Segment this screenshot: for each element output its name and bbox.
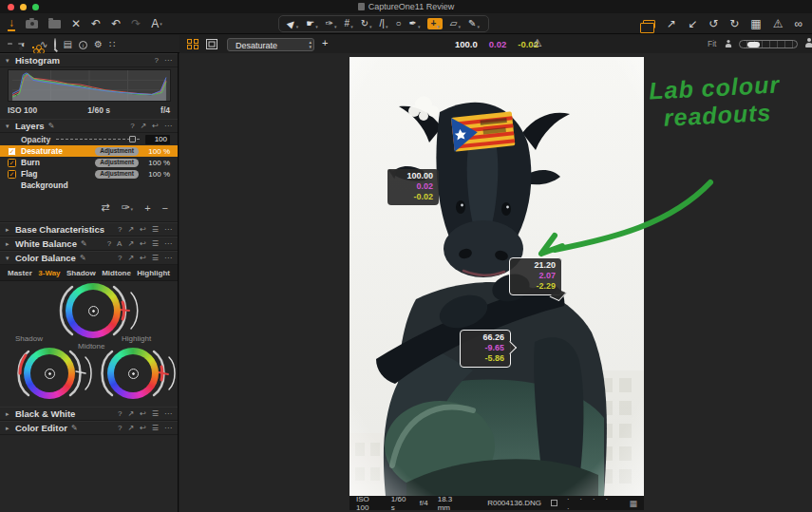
panel-header-layers[interactable]: ▾ Layers ✎ ? ↗ ↩ ⋯ bbox=[0, 119, 178, 133]
reset-icon[interactable]: ↩ bbox=[140, 254, 146, 263]
presets-menu-icon[interactable]: ☰ bbox=[152, 409, 159, 419]
presets-menu-icon[interactable]: ☰ bbox=[152, 239, 159, 249]
spot-removal-tool[interactable]: ○ bbox=[396, 18, 402, 29]
opacity-slider-knob[interactable] bbox=[129, 136, 136, 142]
help-icon[interactable]: ? bbox=[118, 409, 122, 419]
add-layer-button[interactable]: + bbox=[144, 202, 150, 214]
lab-readout-tag-2[interactable]: 21.20 2.07 -2.29 bbox=[509, 257, 562, 295]
copy-settings-icon[interactable]: ↗ bbox=[141, 122, 147, 131]
mask-brush-tool[interactable]: ✑▾ bbox=[326, 18, 337, 29]
checkbox-checked-icon[interactable]: ✓ bbox=[8, 147, 16, 156]
rotate-right-button[interactable]: ↻ bbox=[729, 17, 739, 30]
zoom-slider-knob[interactable] bbox=[747, 42, 760, 47]
annotate-text-button[interactable]: A▾ bbox=[151, 17, 162, 30]
variant-selector[interactable]: Desaturate ▴▾ bbox=[227, 38, 314, 51]
draw-tool[interactable]: ✎▾ bbox=[468, 18, 480, 29]
reset-icon[interactable]: ↩ bbox=[140, 424, 146, 433]
tab-highlight[interactable]: Highlight bbox=[137, 269, 170, 277]
tab-details[interactable] bbox=[54, 39, 56, 50]
tab-exposure[interactable]: ∿ bbox=[40, 39, 47, 50]
tab-settings[interactable]: ⚙ bbox=[94, 39, 103, 50]
more-icon[interactable]: ⋯ bbox=[164, 239, 172, 249]
rotate-tool[interactable]: ↻▾ bbox=[361, 18, 372, 29]
presets-menu-icon[interactable]: ☰ bbox=[152, 424, 159, 433]
checkbox-checked-icon[interactable]: ✓ bbox=[8, 159, 16, 167]
help-icon[interactable]: ? bbox=[118, 424, 122, 433]
tab-midtone[interactable]: Midtone bbox=[102, 269, 131, 277]
help-icon[interactable]: ? bbox=[118, 254, 122, 263]
more-icon[interactable]: ⋯ bbox=[164, 424, 172, 433]
more-icon[interactable]: ⋯ bbox=[164, 254, 172, 263]
more-icon[interactable]: ⋯ bbox=[164, 122, 172, 131]
full-view-button[interactable]: ↗ bbox=[667, 17, 676, 30]
more-icon[interactable]: ⋯ bbox=[164, 409, 172, 419]
panel-header-white-balance[interactable]: ▸ White Balance ✎ ? A ↗ ↩ ☰ ⋯ bbox=[0, 237, 178, 251]
exit-view-button[interactable]: ↙ bbox=[688, 17, 697, 30]
layer-row-background[interactable]: Background bbox=[0, 180, 178, 191]
reset-icon[interactable]: ↩ bbox=[140, 225, 146, 235]
panel-header-color-editor[interactable]: ▸ Color Editor ✎ ? ↗ ↩ ☰ ⋯ bbox=[0, 421, 178, 435]
panel-header-color-balance[interactable]: ▾ Color Balance ✎ ? ↗ ↩ ☰ ⋯ bbox=[0, 251, 178, 265]
midtone-wheel[interactable] bbox=[66, 283, 121, 338]
help-icon[interactable]: ? bbox=[118, 225, 122, 235]
copy-settings-icon[interactable]: ↗ bbox=[127, 409, 134, 419]
picker-tool[interactable]: ✒▾ bbox=[409, 18, 421, 29]
highlight-wheel[interactable] bbox=[107, 348, 159, 399]
undo-button[interactable]: ↶ bbox=[91, 17, 101, 30]
more-icon[interactable]: ⋯ bbox=[164, 56, 172, 66]
lab-readout-tool[interactable]: +▾ bbox=[427, 18, 442, 29]
layer-row-desaturate[interactable]: ✓ Desaturate Adjustment 100 % bbox=[0, 145, 178, 157]
zoom-fit-label[interactable]: Fit bbox=[708, 39, 716, 48]
straighten-tool[interactable]: /|▾ bbox=[380, 18, 388, 29]
import-button[interactable]: ↓ bbox=[8, 16, 15, 31]
export-button[interactable] bbox=[48, 20, 61, 28]
undo-history-button[interactable]: ↶ bbox=[111, 17, 121, 30]
presets-menu-icon[interactable]: ☰ bbox=[152, 225, 159, 235]
reset-icon[interactable]: ↩ bbox=[152, 122, 159, 131]
proof-margin-button[interactable]: ∞ bbox=[794, 17, 803, 30]
help-icon[interactable]: ? bbox=[155, 56, 159, 66]
auto-adjust-icon[interactable]: A bbox=[117, 239, 122, 249]
swap-layers-icon[interactable]: ⇄ bbox=[101, 201, 109, 214]
single-view-button[interactable] bbox=[206, 39, 217, 49]
more-icon[interactable]: ⋯ bbox=[164, 225, 172, 235]
tab-metadata[interactable]: ▤ bbox=[63, 39, 71, 50]
opacity-value[interactable]: 100 bbox=[145, 135, 170, 144]
tab-master[interactable]: Master bbox=[8, 269, 32, 277]
lab-readout-tag-1[interactable]: 100.00 0.02 -0.02 bbox=[387, 169, 439, 205]
tab-output[interactable]: ∷ bbox=[109, 39, 115, 50]
thumb-toggle-icon[interactable] bbox=[551, 500, 557, 506]
capture-button[interactable] bbox=[26, 20, 38, 28]
remove-layer-button[interactable]: − bbox=[162, 202, 168, 214]
lab-readout-tag-3[interactable]: 66.26 -9.65 -5.86 bbox=[460, 330, 511, 368]
copy-settings-icon[interactable]: ↗ bbox=[127, 225, 134, 235]
panel-header-base-characteristics[interactable]: ▸ Base Characteristics ? ↗ ↩ ☰ ⋯ bbox=[0, 222, 178, 237]
redo-button[interactable]: ↷ bbox=[131, 17, 141, 30]
presets-menu-icon[interactable]: ☰ bbox=[152, 254, 159, 263]
opacity-slider[interactable] bbox=[56, 136, 140, 142]
grid-icon[interactable]: ▦ bbox=[629, 499, 637, 508]
brush-menu-button[interactable]: ✑▾ bbox=[121, 201, 133, 214]
exposure-warning-button[interactable]: ⚠ bbox=[773, 17, 784, 30]
new-variant-button[interactable] bbox=[643, 20, 655, 28]
checkbox-checked-icon[interactable]: ✓ bbox=[8, 170, 16, 179]
grid-overlay-button[interactable]: ▦ bbox=[750, 17, 761, 30]
help-icon[interactable]: ? bbox=[130, 122, 134, 131]
copy-settings-icon[interactable]: ↗ bbox=[127, 424, 134, 433]
tab-info[interactable]: i bbox=[79, 39, 87, 50]
reset-icon[interactable]: ↩ bbox=[140, 409, 146, 419]
help-icon[interactable]: ? bbox=[107, 239, 111, 249]
shadow-wheel[interactable] bbox=[24, 348, 75, 399]
photo-canvas[interactable]: 100.00 0.02 -0.02 21.20 2.07 -2.29 66.26… bbox=[349, 57, 644, 496]
select-tool[interactable]: ▶▾ bbox=[288, 18, 298, 29]
add-clone-variant-button[interactable]: + bbox=[322, 37, 328, 48]
layer-row-burn[interactable]: ✓ Burn Adjustment 100 % bbox=[0, 157, 178, 168]
multi-view-button[interactable] bbox=[187, 39, 198, 49]
tab-shadow[interactable]: Shadow bbox=[66, 269, 96, 277]
pan-tool[interactable]: ☛▾ bbox=[306, 18, 317, 29]
panel-header-black-and-white[interactable]: ▸ Black & White ? ↗ ↩ ☰ ⋯ bbox=[0, 407, 178, 421]
rotate-left-button[interactable]: ↺ bbox=[708, 17, 718, 30]
eraser-tool[interactable]: ▱▾ bbox=[450, 18, 461, 29]
crop-tool[interactable]: #▾ bbox=[345, 18, 353, 29]
panel-header-histogram[interactable]: ▾ Histogram ? ⋯ bbox=[0, 53, 178, 67]
